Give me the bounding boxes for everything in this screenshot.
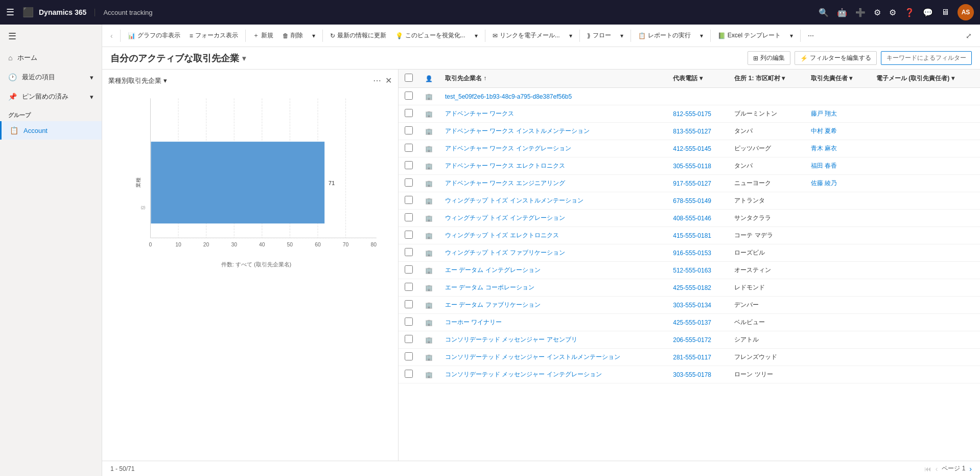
- screen-expand-icon[interactable]: ⤢: [962, 30, 976, 42]
- row-checkbox-3[interactable]: [405, 144, 413, 152]
- row-checkbox-11[interactable]: [405, 283, 413, 291]
- back-button[interactable]: ‹: [106, 30, 117, 42]
- col-owner[interactable]: 取引先責任者 ▾: [805, 70, 870, 88]
- row-phone-4[interactable]: 305-555-0118: [667, 157, 728, 175]
- sidebar-toggle[interactable]: ☰: [0, 25, 102, 48]
- col-email[interactable]: 電子メール (取引先責任者) ▾: [870, 70, 980, 88]
- sidebar-item-account[interactable]: 📋 Account: [0, 121, 102, 140]
- hamburger-icon[interactable]: ☰: [6, 7, 14, 18]
- row-phone-8[interactable]: 415-555-0181: [667, 227, 728, 244]
- plus-icon[interactable]: ➕: [855, 8, 866, 17]
- row-owner-4[interactable]: 福田 春香: [805, 157, 870, 175]
- row-checkbox-16[interactable]: [405, 370, 413, 378]
- flow-dropdown[interactable]: ▾: [616, 30, 627, 41]
- row-name-16[interactable]: コンソリデーテッド メッセンジャー インテグレーション: [439, 366, 667, 383]
- excel-button[interactable]: 📗 Excel テンプレート: [714, 29, 785, 42]
- settings-icon[interactable]: ⚙: [889, 8, 896, 17]
- first-page-btn[interactable]: ⏮: [924, 465, 931, 473]
- chart-more-icon[interactable]: ⋯: [373, 76, 381, 85]
- row-name-8[interactable]: ウィングチップ トイズ エレクトロニクス: [439, 227, 667, 244]
- keyword-filter-input[interactable]: キーワードによるフィルター: [881, 51, 972, 65]
- row-checkbox-7[interactable]: [405, 213, 413, 221]
- row-name-6[interactable]: ウィングチップ トイズ インストルメンテーション: [439, 192, 667, 210]
- row-phone-9[interactable]: 916-555-0153: [667, 244, 728, 262]
- row-phone-14[interactable]: 206-555-0172: [667, 331, 728, 349]
- row-name-0[interactable]: test_5e09f2e6-1b93-48c9-a795-d8e387ef56b…: [439, 88, 667, 105]
- next-page-btn[interactable]: ›: [969, 465, 972, 473]
- row-name-14[interactable]: コンソリデーテッド メッセンジャー アセンブリ: [439, 331, 667, 349]
- row-name-4[interactable]: アドベンチャー ワークス エレクトロニクス: [439, 157, 667, 175]
- row-name-5[interactable]: アドベンチャー ワークス エンジニアリング: [439, 175, 667, 192]
- avatar[interactable]: AS: [958, 4, 974, 20]
- row-phone-12[interactable]: 303-555-0134: [667, 297, 728, 314]
- row-checkbox-2[interactable]: [405, 126, 413, 134]
- chart-title-arrow[interactable]: ▾: [164, 77, 167, 84]
- select-all-checkbox[interactable]: [405, 74, 413, 82]
- row-owner-1[interactable]: 藤戸 翔太: [805, 105, 870, 123]
- edit-columns-button[interactable]: ⊞ 列の編集: [748, 51, 790, 65]
- visualize-dropdown[interactable]: ▾: [471, 30, 482, 41]
- sidebar-item-recent[interactable]: 🕐 最近の項目 ▾: [0, 67, 102, 87]
- row-phone-7[interactable]: 408-555-0146: [667, 210, 728, 227]
- row-phone-3[interactable]: 412-555-0145: [667, 140, 728, 157]
- row-name-1[interactable]: アドベンチャー ワークス: [439, 105, 667, 123]
- row-phone-1[interactable]: 812-555-0175: [667, 105, 728, 123]
- delete-button[interactable]: 🗑 削除: [278, 29, 307, 42]
- row-phone-13[interactable]: 425-555-0137: [667, 314, 728, 331]
- row-owner-3[interactable]: 青木 麻衣: [805, 140, 870, 157]
- row-phone-10[interactable]: 512-555-0163: [667, 262, 728, 279]
- row-phone-16[interactable]: 303-555-0178: [667, 366, 728, 383]
- row-checkbox-12[interactable]: [405, 300, 413, 308]
- row-checkbox-14[interactable]: [405, 335, 413, 343]
- row-name-9[interactable]: ウィングチップ トイズ ファブリケーション: [439, 244, 667, 262]
- row-checkbox-0[interactable]: [405, 92, 413, 100]
- row-checkbox-13[interactable]: [405, 318, 413, 326]
- table-panel[interactable]: 👤 取引先企業名 ↑ 代表電話 ▾ 住所 1: 市区町村: [399, 70, 980, 461]
- row-name-10[interactable]: エー データム インテグレーション: [439, 262, 667, 279]
- row-checkbox-4[interactable]: [405, 161, 413, 169]
- row-owner-2[interactable]: 中村 夏希: [805, 123, 870, 140]
- filter-icon[interactable]: ⚙: [874, 8, 881, 17]
- row-name-15[interactable]: コンソリデーテッド メッセンジャー インストルメンテーション: [439, 349, 667, 366]
- view-title-dropdown[interactable]: ▾: [242, 54, 246, 62]
- row-checkbox-10[interactable]: [405, 265, 413, 274]
- focus-view-button[interactable]: ≡ フォーカス表示: [185, 29, 242, 42]
- hide-chart-button[interactable]: 📊 グラフの非表示: [124, 29, 184, 42]
- delete-dropdown[interactable]: ▾: [308, 30, 319, 41]
- screen-icon[interactable]: 🖥: [941, 8, 949, 17]
- col-name[interactable]: 取引先企業名 ↑: [439, 70, 667, 88]
- prev-page-btn[interactable]: ‹: [936, 465, 938, 473]
- row-phone-5[interactable]: 917-555-0127: [667, 175, 728, 192]
- row-checkbox-5[interactable]: [405, 178, 413, 187]
- new-button[interactable]: ＋ 新規: [249, 29, 277, 42]
- row-checkbox-8[interactable]: [405, 231, 413, 239]
- row-checkbox-9[interactable]: [405, 248, 413, 256]
- row-name-7[interactable]: ウィングチップ トイズ インテグレーション: [439, 210, 667, 227]
- row-name-2[interactable]: アドベンチャー ワークス インストルメンテーション: [439, 123, 667, 140]
- email-dropdown[interactable]: ▾: [565, 30, 576, 41]
- edit-filter-button[interactable]: ⚡ フィルターを編集する: [795, 51, 877, 65]
- report-button[interactable]: 📋 レポートの実行: [634, 29, 695, 42]
- row-phone-11[interactable]: 425-555-0182: [667, 279, 728, 297]
- row-phone-2[interactable]: 813-555-0127: [667, 123, 728, 140]
- chat-icon[interactable]: 💬: [923, 8, 933, 17]
- sidebar-item-home[interactable]: ⌂ ホーム: [0, 48, 102, 67]
- row-phone-6[interactable]: 678-555-0149: [667, 192, 728, 210]
- col-phone[interactable]: 代表電話 ▾: [667, 70, 728, 88]
- more-button[interactable]: ⋯: [804, 30, 818, 41]
- row-name-3[interactable]: アドベンチャー ワークス インテグレーション: [439, 140, 667, 157]
- refresh-button[interactable]: ↻ 最新の情報に更新: [326, 29, 390, 42]
- col-city[interactable]: 住所 1: 市区町村 ▾: [728, 70, 804, 88]
- row-checkbox-1[interactable]: [405, 109, 413, 117]
- help-icon[interactable]: ❓: [904, 8, 915, 17]
- chart-bar[interactable]: [151, 142, 324, 223]
- flow-button[interactable]: ⟫ フロー: [583, 29, 615, 42]
- email-link-button[interactable]: ✉ リンクを電子メール...: [488, 29, 564, 42]
- row-name-13[interactable]: コーホー ワイナリー: [439, 314, 667, 331]
- row-checkbox-6[interactable]: [405, 196, 413, 204]
- row-name-11[interactable]: エー データム コーポレーション: [439, 279, 667, 297]
- report-dropdown[interactable]: ▾: [696, 30, 707, 41]
- row-phone-15[interactable]: 281-555-0117: [667, 349, 728, 366]
- row-owner-5[interactable]: 佐藤 綾乃: [805, 175, 870, 192]
- excel-dropdown[interactable]: ▾: [786, 30, 797, 41]
